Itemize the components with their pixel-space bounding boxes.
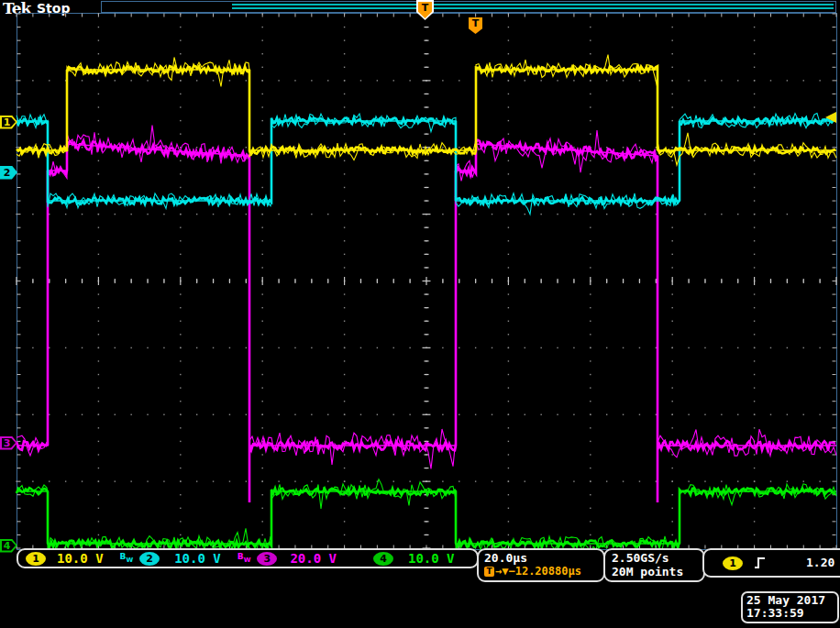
record-waveform-line bbox=[232, 4, 834, 6]
graticule-frame bbox=[17, 13, 837, 550]
acquisition-readout[interactable]: 2.50GS/s 20M points bbox=[603, 548, 705, 582]
channel-3-badge[interactable]: 3 bbox=[257, 552, 277, 566]
bandwidth-limit-icon: BW bbox=[238, 552, 251, 565]
trigger-icon: T bbox=[484, 567, 494, 577]
channel-4-badge[interactable]: 4 bbox=[373, 552, 393, 566]
time-per-div: 20.0µs bbox=[484, 551, 603, 565]
time-label: 17:33:59 bbox=[746, 607, 837, 620]
channel-1-ground-marker[interactable]: 1 bbox=[0, 116, 17, 129]
record-view-bar bbox=[101, 1, 836, 13]
trigger-flag-label: T bbox=[422, 2, 429, 14]
channel-2-badge[interactable]: 2 bbox=[139, 552, 160, 566]
trigger-delay-readout: T→▼−12.20880µs bbox=[484, 565, 603, 578]
delay-value: −12.20880µs bbox=[508, 565, 580, 578]
channel-2-scale: 10.0 V bbox=[174, 552, 221, 566]
record-length: 20M points bbox=[612, 565, 703, 578]
trigger-badge-label: T bbox=[472, 17, 480, 29]
delay-arrow-icon: →▼ bbox=[495, 565, 508, 578]
channel-readouts-bar[interactable]: 110.0 VBW210.0 VBW320.0 V410.0 V bbox=[17, 548, 479, 568]
rising-edge-icon bbox=[754, 556, 767, 570]
horizontal-readout[interactable]: 20.0µs T→▼−12.20880µs bbox=[477, 548, 605, 582]
date-label: 25 May 2017 bbox=[746, 594, 837, 607]
bandwidth-limit-icon: BW bbox=[120, 552, 134, 565]
channel-3-scale: 20.0 V bbox=[290, 552, 337, 566]
datetime-box: 25 May 2017 17:33:59 bbox=[741, 591, 839, 623]
trigger-level-value: 1.20 V bbox=[806, 556, 840, 569]
record-waveform-line bbox=[232, 7, 834, 9]
trigger-source-badge: 1 bbox=[723, 556, 743, 570]
trigger-level-marker-icon[interactable] bbox=[825, 112, 836, 123]
channel-1-badge[interactable]: 1 bbox=[26, 552, 46, 566]
oscilloscope-screen: Tek Stop T T 1234 110.0 VBW210.0 VBW320.… bbox=[0, 0, 840, 628]
channel-1-scale: 10.0 V bbox=[57, 552, 104, 566]
channel-2-ground-marker[interactable]: 2 bbox=[0, 166, 17, 180]
sample-rate: 2.50GS/s bbox=[612, 551, 703, 565]
trigger-readout[interactable]: 1 1.20 V bbox=[702, 548, 840, 578]
channel-4-scale: 10.0 V bbox=[408, 552, 455, 566]
channel-3-ground-marker[interactable]: 3 bbox=[0, 436, 17, 450]
channel-4-ground-marker[interactable]: 4 bbox=[0, 539, 17, 553]
